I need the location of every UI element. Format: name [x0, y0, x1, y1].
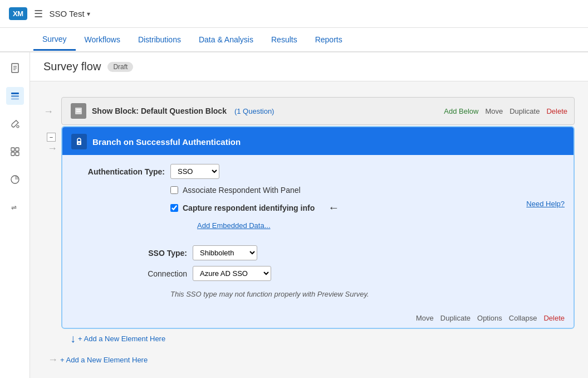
show-block-subtitle: (1 Question) [234, 107, 275, 115]
app-title-text: SSO Test [50, 9, 85, 18]
move-link-show[interactable]: Move [485, 107, 503, 115]
associate-respondent-checkbox[interactable] [170, 186, 178, 194]
tab-survey[interactable]: Survey [33, 29, 76, 51]
auth-type-label: Authentication Type: [76, 167, 165, 176]
capture-respondent-label: Capture respondent identifying info [183, 203, 315, 212]
sidebar: ⇌ [0, 52, 30, 378]
capture-respondent-checkbox[interactable] [170, 204, 178, 212]
page-header: Survey flow Draft [30, 52, 588, 81]
collapse-link-branch[interactable]: Collapse [509, 314, 537, 322]
associate-respondent-row: Associate Respondent With Panel [170, 186, 560, 195]
associate-respondent-label: Associate Respondent With Panel [183, 186, 301, 195]
flow-area: → Show Block: Default Question Block (1 … [43, 93, 575, 370]
svg-text:⇌: ⇌ [11, 203, 17, 211]
sidebar-icon-paint[interactable] [6, 115, 24, 133]
sidebar-icon-grid[interactable] [6, 143, 24, 161]
draft-badge: Draft [107, 62, 133, 72]
svg-rect-6 [11, 98, 19, 100]
delete-link-branch[interactable]: Delete [543, 314, 565, 322]
branch-block: Branch on Successful Authentication Need… [61, 126, 575, 347]
svg-rect-4 [11, 93, 19, 94]
branch-actions: Move Duplicate Options Collapse Delete [62, 309, 574, 328]
lock-icon [71, 134, 87, 149]
sidebar-icon-chart[interactable] [6, 171, 24, 188]
flow-arrow-right-2: → [47, 143, 57, 154]
collapse-expand-button[interactable]: − [47, 133, 56, 142]
svg-point-18 [79, 143, 80, 144]
tab-results[interactable]: Results [262, 30, 306, 50]
svg-rect-11 [16, 152, 19, 156]
top-bar: XM ☰ SSO Test ▾ [0, 0, 588, 28]
down-arrow-blue-icon: ↓ [70, 332, 76, 345]
sso-type-row: SSO Type: Shibboleth CAS Saml2 [131, 245, 560, 260]
show-block-title: Show Block: Default Question Block [92, 106, 227, 115]
connection-row: Connection Azure AD SSO Other [131, 266, 560, 281]
flow-arrow-right-1: → [43, 106, 53, 118]
connection-select[interactable]: Azure AD SSO Other [193, 266, 271, 281]
capture-respondent-row: Capture respondent identifying info ← [170, 201, 560, 214]
hamburger-icon[interactable]: ☰ [34, 8, 43, 20]
svg-point-7 [17, 125, 19, 128]
chevron-down-icon: ▾ [87, 10, 90, 18]
flow-arrow-right-3: → [48, 354, 58, 366]
show-block-actions: Add Below Move Duplicate Delete [444, 107, 567, 115]
delete-link-show[interactable]: Delete [546, 107, 567, 115]
move-link-branch[interactable]: Move [416, 314, 434, 322]
branch-body: Need Help? Authentication Type: SSO LDAP [62, 155, 574, 309]
tab-distributions[interactable]: Distributions [129, 30, 190, 50]
options-link-branch[interactable]: Options [477, 314, 502, 322]
branch-header: Branch on Successful Authentication [62, 127, 574, 155]
add-element-outer-link[interactable]: + Add a New Element Here [60, 356, 148, 364]
tab-workflows[interactable]: Workflows [76, 30, 129, 50]
duplicate-link-branch[interactable]: Duplicate [440, 314, 471, 322]
sso-type-label: SSO Type: [131, 249, 187, 258]
page-title: Survey flow [43, 60, 101, 73]
connection-label: Connection [131, 269, 187, 278]
show-block: Show Block: Default Question Block (1 Qu… [61, 97, 575, 125]
xm-logo[interactable]: XM [9, 7, 27, 20]
show-block-icon [71, 103, 86, 119]
add-embedded-data-link[interactable]: Add Embedded Data... [197, 221, 271, 230]
sidebar-icon-document[interactable] [6, 59, 24, 77]
italic-note: This SSO type may not function properly … [170, 290, 560, 298]
svg-rect-5 [11, 95, 19, 97]
sso-type-select[interactable]: Shibboleth CAS Saml2 [193, 245, 257, 260]
main-layout: ⇌ Survey flow Draft → Show Blo [0, 52, 588, 378]
tab-reports[interactable]: Reports [306, 30, 351, 50]
duplicate-link-show[interactable]: Duplicate [509, 107, 540, 115]
svg-rect-16 [76, 111, 81, 112]
sidebar-icon-layers[interactable] [6, 87, 24, 105]
svg-rect-9 [16, 148, 19, 151]
svg-rect-8 [11, 148, 14, 151]
add-below-link[interactable]: Add Below [444, 107, 478, 115]
branch-title: Branch on Successful Authentication [92, 137, 241, 147]
sidebar-icon-translate[interactable]: ⇌ [6, 198, 24, 216]
svg-rect-15 [76, 109, 81, 110]
tab-data-analysis[interactable]: Data & Analysis [190, 30, 262, 50]
add-element-outer-row: → + Add a New Element Here [43, 350, 575, 366]
auth-type-row: Authentication Type: SSO LDAP [76, 164, 560, 179]
add-element-inner-link[interactable]: + Add a New Element Here [78, 335, 165, 343]
nav-tabs: Survey Workflows Distributions Data & An… [0, 28, 588, 52]
need-help-link[interactable]: Need Help? [526, 200, 565, 208]
content-area: Survey flow Draft → Show Block: Default … [30, 52, 588, 378]
add-element-inner-row: ↓ + Add a New Element Here [61, 329, 575, 347]
svg-rect-10 [11, 152, 14, 156]
app-title[interactable]: SSO Test ▾ [50, 9, 90, 18]
auth-type-select[interactable]: SSO LDAP [170, 164, 219, 179]
arrow-pointer-icon: ← [328, 201, 339, 214]
